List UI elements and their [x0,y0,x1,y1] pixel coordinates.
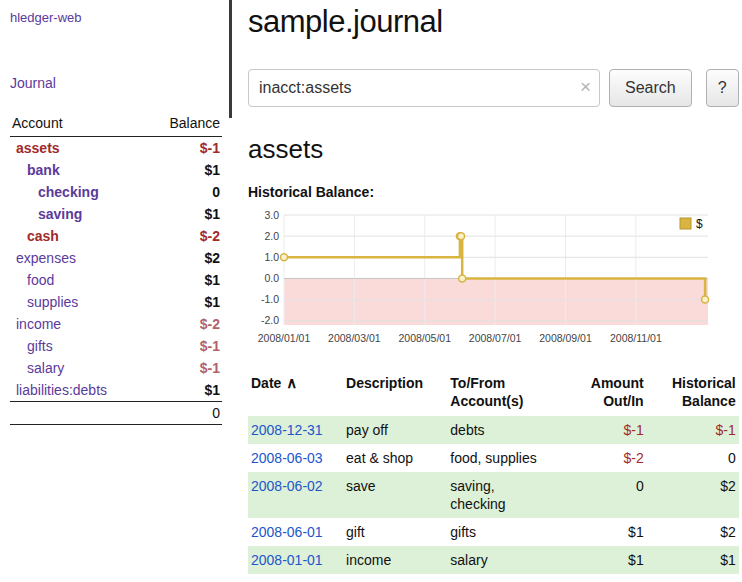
chart-x-tick-label: 2008/09/01 [539,332,592,344]
register-date-cell: 2008-06-02 [248,472,343,518]
search-input[interactable] [248,69,600,107]
account-row: liabilities:debts$1 [10,379,222,402]
legend-swatch [680,218,691,229]
account-link[interactable]: checking [38,184,99,200]
register-amount-cell: $-1 [570,416,647,444]
register-description-cell: income [343,546,447,574]
chart-negative-region [284,278,708,325]
register-date-link[interactable]: 2008-01-01 [251,552,323,568]
account-balance: 0 [147,181,222,203]
account-link[interactable]: gifts [27,338,53,354]
accounts-header-balance: Balance [147,113,222,137]
chart-heading: Historical Balance: [248,184,739,200]
register-balance-cell: 0 [647,444,739,472]
register-row: 2008-01-01incomesalary$1$1 [248,546,739,574]
sidebar-item-journal[interactable]: Journal [10,75,56,91]
search-bar: × Search ? [248,69,739,107]
chart-x-tick-label: 2008/01/01 [258,332,311,344]
search-box: × [248,69,600,107]
account-link[interactable]: expenses [16,250,76,266]
scrollbar-thumb[interactable] [229,0,232,118]
chart-data-point [458,233,465,240]
register-table: Date∧ Description To/From Account(s) Amo… [248,372,739,574]
account-row: assets$-1 [10,137,222,160]
account-link[interactable]: bank [27,162,60,178]
chart-x-tick-label: 2008/07/01 [469,332,522,344]
register-balance-cell: $1 [647,546,739,574]
chart-y-tick-label: 1.0 [264,251,279,263]
account-row: salary$-1 [10,357,222,379]
register-date-cell: 2008-06-01 [248,518,343,546]
account-balance: $1 [147,203,222,225]
account-row: cash$-2 [10,225,222,247]
account-row: income$-2 [10,313,222,335]
accounts-body: assets$-1bank$1checking0saving$1cash$-2e… [10,137,222,402]
accounts-header-row: Account Balance [10,113,222,137]
account-link[interactable]: saving [38,206,82,222]
register-date-link[interactable]: 2008-12-31 [251,422,323,438]
register-header-date[interactable]: Date∧ [248,372,343,416]
register-account-cell: debts [447,416,570,444]
chart-y-tick-label: 0.0 [264,272,279,284]
clear-search-icon[interactable]: × [580,77,591,97]
register-date-cell: 2008-06-03 [248,444,343,472]
account-row: supplies$1 [10,291,222,313]
register-description-cell: eat & shop [343,444,447,472]
accounts-table: Account Balance assets$-1bank$1checking0… [10,113,222,425]
register-date-cell: 2008-01-01 [248,546,343,574]
app-title-link[interactable]: hledger-web [10,10,82,25]
accounts-total-row: 0 [10,402,222,425]
register-account-cell: gifts [447,518,570,546]
register-row: 2008-06-03eat & shopfood, supplies$-20 [248,444,739,472]
chart-y-tick-label: -2.0 [261,314,279,326]
register-header-row: Date∧ Description To/From Account(s) Amo… [248,372,739,416]
account-row: food$1 [10,269,222,291]
register-account-cell: salary [447,546,570,574]
account-link[interactable]: food [27,272,54,288]
account-title: assets [248,134,739,165]
register-date-link[interactable]: 2008-06-03 [251,450,323,466]
sidebar: hledger-web Journal Account Balance asse… [0,0,232,582]
account-balance: $-1 [147,335,222,357]
chart-x-tick-label: 2008/05/01 [398,332,451,344]
register-account-cell: food, supplies [447,444,570,472]
account-row: saving$1 [10,203,222,225]
help-button[interactable]: ? [706,69,739,107]
historical-balance-chart: 2008/01/012008/03/012008/05/012008/07/01… [248,205,714,351]
account-balance: $1 [147,159,222,181]
account-link[interactable]: supplies [27,294,78,310]
register-balance-cell: $2 [647,518,739,546]
register-row: 2008-06-01giftgifts$1$2 [248,518,739,546]
account-link[interactable]: liabilities:debts [16,382,107,398]
account-balance: $-2 [147,225,222,247]
register-date-cell: 2008-12-31 [248,416,343,444]
register-description-cell: pay off [343,416,447,444]
register-date-link[interactable]: 2008-06-01 [251,524,323,540]
main-content: sample.journal × Search ? assets Histori… [232,0,742,582]
account-balance: $1 [147,379,222,402]
chart-x-tick-label: 2008/03/01 [328,332,381,344]
account-link[interactable]: cash [27,228,59,244]
chart-data-point [281,254,288,261]
account-row: bank$1 [10,159,222,181]
chart-y-tick-label: 2.0 [264,230,279,242]
register-account-cell: saving, checking [447,472,570,518]
register-row: 2008-12-31pay offdebts$-1$-1 [248,416,739,444]
accounts-header-account: Account [10,113,147,137]
account-link[interactable]: assets [16,140,60,156]
accounts-total-balance: 0 [147,402,222,425]
account-link[interactable]: income [16,316,61,332]
account-link[interactable]: salary [27,360,64,376]
account-balance: $-1 [147,137,222,160]
register-balance-cell: $2 [647,472,739,518]
legend-label: $ [696,217,703,231]
sort-ascending-icon: ∧ [286,374,297,391]
app-window: hledger-web Journal Account Balance asse… [0,0,742,582]
account-balance: $-1 [147,357,222,379]
register-amount-cell: $-2 [570,444,647,472]
register-amount-cell: $1 [570,518,647,546]
account-balance: $2 [147,247,222,269]
register-date-link[interactable]: 2008-06-02 [251,478,323,494]
search-button[interactable]: Search [609,69,692,107]
account-balance: $1 [147,269,222,291]
